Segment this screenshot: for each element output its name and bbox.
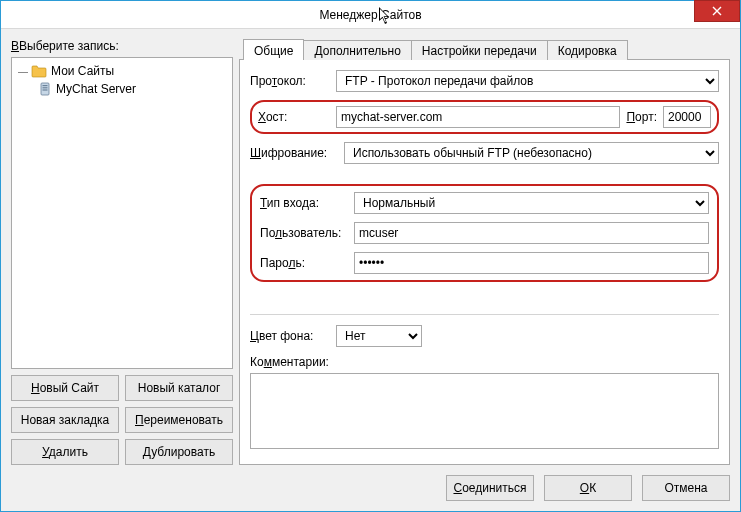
svg-rect-0 bbox=[41, 83, 49, 95]
port-label: Порт:Порт: bbox=[626, 110, 657, 124]
tree-item-mychat-server[interactable]: MyChat Server bbox=[16, 80, 228, 98]
new-folder-button[interactable]: Новый каталог bbox=[125, 375, 233, 401]
delete-button[interactable]: УдалитьУдалить bbox=[11, 439, 119, 465]
host-input[interactable] bbox=[336, 106, 620, 128]
tab-general[interactable]: Общие bbox=[243, 39, 304, 60]
encryption-select[interactable]: Использовать обычный FTP (небезопасно) bbox=[344, 142, 719, 164]
close-icon bbox=[712, 6, 722, 16]
host-highlight-group: Хост:Хост: Порт:Порт: bbox=[250, 100, 719, 134]
bgcolor-label: Цвет фона:Цвет фона: bbox=[250, 329, 330, 343]
password-input[interactable] bbox=[354, 252, 709, 274]
host-label: Хост:Хост: bbox=[258, 110, 330, 124]
site-manager-window: Менеджер Сайтов ВВыберите запись:Выберит… bbox=[0, 0, 741, 512]
tab-strip: Общие Дополнительно Настройки передачи К… bbox=[243, 37, 730, 59]
ok-button[interactable]: ОКОК bbox=[544, 475, 632, 501]
password-label: Пароль:Пароль: bbox=[260, 256, 348, 270]
tree-item-label: MyChat Server bbox=[56, 82, 136, 96]
logon-type-label: Тип входа:Тип входа: bbox=[260, 196, 348, 210]
titlebar: Менеджер Сайтов bbox=[1, 1, 740, 29]
user-label: Пользователь:Пользователь: bbox=[260, 226, 348, 240]
logon-type-select[interactable]: Нормальный bbox=[354, 192, 709, 214]
rename-button[interactable]: ПереименоватьПереименовать bbox=[125, 407, 233, 433]
port-input[interactable] bbox=[663, 106, 711, 128]
new-bookmark-button[interactable]: Новая закладка bbox=[11, 407, 119, 433]
cancel-button[interactable]: Отмена bbox=[642, 475, 730, 501]
duplicate-button[interactable]: Дублировать bbox=[125, 439, 233, 465]
folder-icon bbox=[31, 64, 47, 78]
svg-rect-3 bbox=[43, 89, 48, 90]
login-highlight-group: Тип входа:Тип входа: Нормальный Пользова… bbox=[250, 184, 719, 282]
encryption-label: Шифрование:Шифрование: bbox=[250, 146, 338, 160]
tab-transfer[interactable]: Настройки передачи bbox=[411, 40, 548, 60]
new-site-button[interactable]: Новый СайтНовый Сайт bbox=[11, 375, 119, 401]
window-title: Менеджер Сайтов bbox=[319, 8, 421, 22]
svg-rect-1 bbox=[43, 85, 48, 86]
server-icon bbox=[38, 82, 52, 96]
svg-rect-2 bbox=[43, 87, 48, 88]
tree-root-label: Мои Сайты bbox=[51, 64, 114, 78]
collapse-icon[interactable]: — bbox=[18, 66, 27, 77]
select-entry-label: ВВыберите запись:Выберите запись: bbox=[11, 39, 233, 53]
user-input[interactable] bbox=[354, 222, 709, 244]
tab-advanced[interactable]: Дополнительно bbox=[303, 40, 411, 60]
divider bbox=[250, 314, 719, 315]
bgcolor-select[interactable]: Нет bbox=[336, 325, 422, 347]
dialog-footer: СоединитьсяСоединиться ОКОК Отмена bbox=[11, 465, 730, 501]
connect-button[interactable]: СоединитьсяСоединиться bbox=[446, 475, 534, 501]
protocol-select[interactable]: FTP - Протокол передачи файлов bbox=[336, 70, 719, 92]
tab-charset[interactable]: Кодировка bbox=[547, 40, 628, 60]
protocol-label: Протокол:Протокол: bbox=[250, 74, 330, 88]
tree-root-my-sites[interactable]: — Мои Сайты bbox=[16, 62, 228, 80]
general-panel: Протокол:Протокол: FTP - Протокол переда… bbox=[239, 59, 730, 465]
window-close-button[interactable] bbox=[694, 0, 740, 22]
comments-textarea[interactable] bbox=[250, 373, 719, 449]
sites-tree[interactable]: — Мои Сайты MyChat Server bbox=[11, 57, 233, 369]
comments-label: Комментарии:Комментарии: bbox=[250, 355, 719, 369]
